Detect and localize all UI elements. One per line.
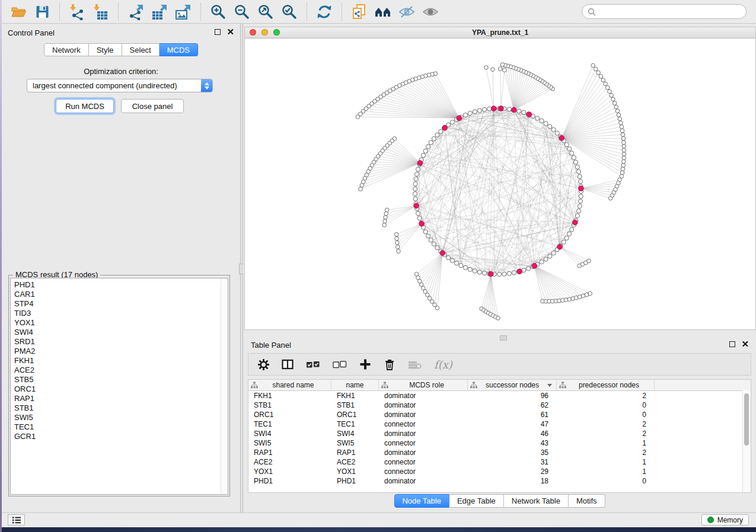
table-cell: dominator (379, 476, 468, 486)
network-window-titlebar[interactable]: YPA_prune.txt_1 (245, 27, 755, 39)
list-item[interactable]: RAP1 (11, 394, 221, 403)
table-row[interactable]: ORC1ORC1dominator610 (248, 410, 751, 419)
delete-column-trash-icon[interactable] (384, 358, 395, 370)
table-cell: SWI5 (331, 438, 379, 448)
list-item[interactable]: STB5 (11, 375, 221, 384)
tab-network-table[interactable]: Network Table (504, 494, 569, 508)
export-image-button[interactable] (171, 2, 195, 22)
list-item[interactable]: ACE2 (11, 366, 221, 375)
list-item[interactable]: PHD1 (11, 280, 221, 290)
refresh-button[interactable] (312, 2, 336, 22)
table-row[interactable]: TEC1TEC1connector472 (248, 419, 751, 429)
mcds-result-listbox[interactable]: PHD1CAR1STP4TID3YOX1SWI4SRD1PMA2FKH1ACE2… (10, 278, 228, 495)
close-window-icon[interactable] (250, 29, 256, 36)
column-header-predecessor-nodes[interactable]: predecessor nodes (557, 380, 655, 390)
tab-select[interactable]: Select (122, 43, 160, 56)
table-row[interactable]: PHD1PHD1dominator180 (248, 476, 751, 486)
show-columns-icon[interactable] (282, 359, 294, 370)
float-panel-icon[interactable] (729, 341, 735, 347)
export-table-button[interactable] (148, 2, 171, 22)
first-neighbors-button[interactable] (371, 2, 395, 22)
table-row[interactable]: FKH1FKH1dominator962 (248, 391, 751, 400)
import-table-button[interactable] (89, 2, 113, 22)
select-all-icon[interactable] (306, 360, 320, 369)
list-item[interactable]: FKH1 (11, 356, 221, 366)
add-column-plus-icon[interactable] (359, 358, 371, 370)
network-graph (245, 39, 755, 329)
column-header-name[interactable]: name (331, 380, 379, 390)
maximize-window-icon[interactable] (273, 29, 280, 36)
float-panel-icon[interactable] (215, 29, 221, 35)
search-input[interactable] (599, 7, 741, 17)
network-canvas[interactable] (245, 39, 755, 329)
zoom-in-button[interactable] (206, 2, 230, 22)
list-item[interactable]: SWI5 (11, 413, 221, 422)
tab-motifs[interactable]: Motifs (569, 494, 605, 508)
sitemap-icon (559, 382, 566, 389)
horizontal-splitter-handle[interactable] (500, 335, 507, 341)
table-scrollbar-thumb[interactable] (744, 393, 749, 446)
deselect-all-icon[interactable] (333, 360, 347, 369)
zoom-selected-button[interactable] (277, 2, 301, 22)
table-row[interactable]: RAP1RAP1dominator352 (248, 448, 751, 457)
table-row[interactable]: STB1STB1dominator620 (248, 400, 751, 410)
memory-status-icon (707, 517, 714, 523)
task-history-button[interactable] (8, 514, 25, 525)
column-header-mcds-role[interactable]: MCDS role (379, 380, 468, 390)
show-all-button[interactable] (419, 2, 442, 22)
list-item[interactable]: CAR1 (11, 290, 221, 299)
zoom-fit-button[interactable] (254, 2, 277, 22)
tab-style[interactable]: Style (89, 43, 122, 56)
table-cell: 18 (468, 476, 557, 486)
copy-network-button[interactable] (347, 2, 371, 22)
table-cell: STB1 (331, 400, 379, 410)
tab-node-table[interactable]: Node Table (394, 494, 449, 508)
export-network-icon (127, 4, 145, 20)
table-cell: PHD1 (248, 476, 331, 486)
column-header-shared-name[interactable]: shared name (248, 380, 331, 390)
zoom-out-button[interactable] (230, 2, 254, 22)
list-item[interactable]: ORC1 (11, 384, 221, 394)
table-cell: 1 (557, 457, 655, 467)
import-network-button[interactable] (65, 2, 89, 22)
list-item[interactable]: SWI4 (11, 328, 221, 337)
table-cell: dominator (379, 410, 468, 419)
close-panel-icon[interactable]: ✕ (741, 341, 749, 348)
table-row[interactable]: SWI4SWI4dominator462 (248, 429, 751, 438)
save-session-button[interactable] (30, 2, 54, 22)
open-file-button[interactable] (7, 2, 30, 22)
table-cell: RAP1 (248, 448, 331, 457)
column-header-successor-nodes[interactable]: successor nodes (468, 380, 557, 390)
toolbar-separator (200, 3, 201, 21)
table-row[interactable]: SWI5SWI5connector431 (248, 438, 751, 448)
close-panel-button[interactable]: Close panel (121, 99, 184, 113)
mcds-scrollbar[interactable] (221, 278, 228, 494)
memory-button[interactable]: Memory (701, 514, 749, 525)
table-row[interactable]: YOX1YOX1connector291 (248, 467, 751, 476)
tab-mcds[interactable]: MCDS (160, 43, 198, 56)
table-cell: dominator (379, 429, 468, 438)
list-item[interactable]: YOX1 (11, 318, 221, 328)
tab-network[interactable]: Network (44, 43, 89, 56)
list-item[interactable]: SRD1 (11, 337, 221, 347)
table-cell: 31 (468, 457, 557, 467)
table-scrollbar[interactable] (742, 390, 751, 492)
list-item[interactable]: STP4 (11, 299, 221, 309)
list-item[interactable]: PMA2 (11, 347, 221, 356)
run-mcds-button[interactable]: Run MCDS (56, 99, 114, 113)
criterion-dropdown[interactable]: largest connected component (undirected) (27, 79, 213, 92)
hide-selected-button[interactable] (395, 2, 419, 22)
list-item[interactable]: STB1 (11, 403, 221, 413)
list-item[interactable]: GCR1 (11, 432, 221, 441)
search-box[interactable] (582, 4, 747, 19)
close-panel-icon[interactable]: ✕ (227, 28, 234, 36)
sitemap-icon (381, 382, 388, 389)
minimize-window-icon[interactable] (261, 29, 268, 36)
table-settings-gear-icon[interactable] (258, 359, 269, 370)
export-network-button[interactable] (124, 2, 148, 22)
list-item[interactable]: TEC1 (11, 422, 221, 432)
table-row[interactable]: ACE2ACE2connector311 (248, 457, 751, 467)
tab-edge-table[interactable]: Edge Table (449, 494, 504, 508)
sort-chevron-icon[interactable] (547, 384, 552, 387)
list-item[interactable]: TID3 (11, 309, 221, 318)
